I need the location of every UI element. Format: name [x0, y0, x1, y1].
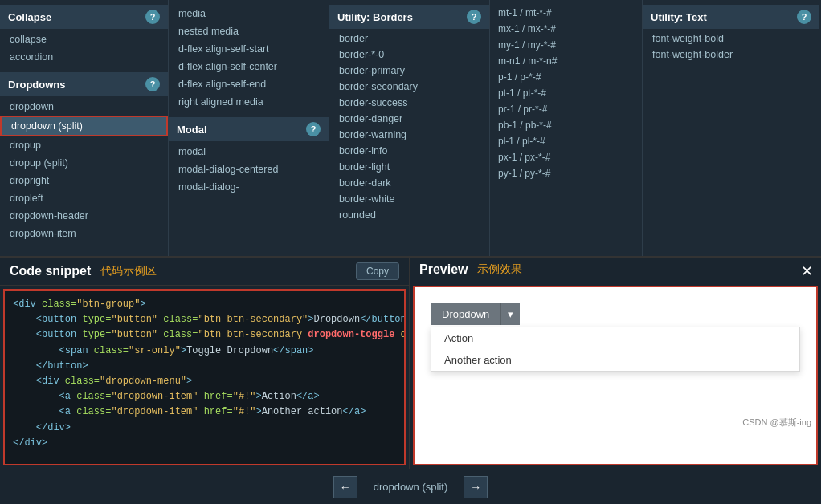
util-py1[interactable]: py-1 / py-*-#: [490, 165, 642, 181]
next-nav-button[interactable]: →: [464, 476, 488, 498]
code-line-4: <span class="sr-only">Toggle Dropdown</s…: [13, 343, 396, 359]
util-pr1[interactable]: pr-1 / pr-*-#: [490, 101, 642, 117]
list-item-dropup[interactable]: dropup: [0, 136, 168, 154]
text-help-icon[interactable]: ?: [797, 10, 811, 24]
col2-dflex-center[interactable]: d-flex align-self-center: [169, 58, 329, 75]
col2-right-aligned[interactable]: right aligned media: [169, 93, 329, 111]
copy-button[interactable]: Copy: [356, 262, 399, 280]
util-px1[interactable]: px-1 / px-*-#: [490, 149, 642, 165]
list-item-collapse[interactable]: collapse: [0, 30, 168, 48]
preview-content: Dropdown ▾ Action Another action: [413, 286, 818, 465]
col-2: media nested media d-flex align-self-sta…: [169, 0, 329, 256]
dropdowns-help-icon[interactable]: ?: [145, 77, 160, 91]
preview-btn-row: Dropdown ▾: [431, 303, 800, 325]
collapse-title: Collapse: [8, 11, 51, 23]
util-pl1[interactable]: pl-1 / pl-*-#: [490, 133, 642, 149]
bottom-nav: ← dropdown (split) →: [0, 469, 821, 504]
preview-toggle-button[interactable]: ▾: [501, 303, 520, 325]
col2-dflex-start[interactable]: d-flex align-self-start: [169, 40, 329, 58]
list-item-dropdown-item[interactable]: dropdown-item: [0, 225, 168, 242]
util-border-dark[interactable]: border-dark: [329, 175, 489, 191]
borders-section-header: Utility: Borders ?: [329, 5, 489, 29]
close-button[interactable]: ✕: [801, 262, 813, 280]
collapse-help-icon[interactable]: ?: [145, 10, 160, 24]
preview-menu-item-another[interactable]: Another action: [431, 349, 799, 371]
preview-panel: Preview 示例效果 Dropdown ▾ Action Another a…: [410, 258, 821, 469]
code-line-7: <a class="dropdown-item" href="#!">Actio…: [13, 389, 396, 404]
code-line-10: </div>: [13, 436, 396, 451]
list-item-dropdown-header[interactable]: dropdown-header: [0, 207, 168, 225]
util-border-success[interactable]: border-success: [329, 95, 489, 111]
dropdowns-title: Dropdowns: [8, 79, 66, 91]
main-container: Collapse ? collapse accordion Dropdowns …: [0, 0, 821, 504]
code-panel-title: Code snippet: [10, 264, 91, 278]
code-line-2: <button type="button" class="btn btn-sec…: [13, 312, 396, 327]
list-item-dropdown[interactable]: dropdown: [0, 98, 168, 116]
prev-nav-button[interactable]: ←: [333, 476, 357, 498]
util-font-bold[interactable]: font-weight-bold: [643, 30, 819, 47]
code-line-6: <div class="dropdown-menu">: [13, 374, 396, 389]
preview-menu-item-action[interactable]: Action: [431, 327, 799, 349]
col-5: Utility: Text ? font-weight-bold font-we…: [643, 0, 819, 256]
util-border-secondary[interactable]: border-secondary: [329, 79, 489, 95]
preview-chinese-label: 示例效果: [477, 262, 522, 277]
modal-title: Modal: [177, 124, 207, 136]
util-mn1[interactable]: m-n1 / m-*-n#: [490, 53, 642, 69]
util-border-white[interactable]: border-white: [329, 191, 489, 207]
code-panel-header: Code snippet 代码示例区 Copy: [0, 258, 409, 286]
code-line-3: <button type="button" class="btn btn-sec…: [13, 327, 396, 343]
list-item-dropright[interactable]: dropright: [0, 172, 168, 189]
col2-modal-dialog[interactable]: modal-dialog-: [169, 178, 329, 196]
col2-media[interactable]: media: [169, 5, 329, 22]
chevron-down-icon: ▾: [508, 308, 513, 320]
borders-help-icon[interactable]: ?: [467, 10, 481, 24]
col2-nested-media[interactable]: nested media: [169, 22, 329, 40]
col-1: Collapse ? collapse accordion Dropdowns …: [0, 0, 169, 256]
watermark: CSDN @慕斯-ing: [742, 417, 811, 429]
code-area[interactable]: <div class="btn-group"> <button type="bu…: [3, 289, 406, 465]
col2-modal-dialog-centered[interactable]: modal-dialog-centered: [169, 161, 329, 178]
dropdowns-section-header: Dropdowns ?: [0, 72, 168, 96]
util-my1[interactable]: my-1 / my-*-#: [490, 37, 642, 53]
util-border-light[interactable]: border-light: [329, 159, 489, 175]
util-p1[interactable]: p-1 / p-*-#: [490, 69, 642, 85]
col-4: mt-1 / mt-*-# mx-1 / mx-*-# my-1 / my-*-…: [490, 0, 643, 256]
preview-main-button[interactable]: Dropdown: [431, 303, 501, 325]
util-border-0[interactable]: border-*-0: [329, 47, 489, 63]
preview-dropdown-menu: Action Another action: [431, 327, 800, 372]
col2-dflex-end[interactable]: d-flex align-self-end: [169, 75, 329, 93]
code-line-5: </button>: [13, 359, 396, 374]
util-border-info[interactable]: border-info: [329, 143, 489, 159]
preview-panel-title: Preview: [419, 262, 468, 277]
list-item-dropdown-split[interactable]: dropdown (split): [0, 116, 168, 136]
util-mx1[interactable]: mx-1 / mx-*-#: [490, 21, 642, 37]
preview-dropdown-container: Dropdown ▾ Action Another action: [431, 303, 800, 372]
borders-title: Utility: Borders: [337, 11, 413, 23]
code-line-9: </div>: [13, 421, 396, 436]
text-title: Utility: Text: [651, 11, 707, 23]
util-rounded[interactable]: rounded: [329, 207, 489, 223]
nav-current-label: dropdown (split): [374, 481, 448, 493]
util-pt1[interactable]: pt-1 / pt-*-#: [490, 85, 642, 101]
util-border-warning[interactable]: border-warning: [329, 127, 489, 143]
list-item-dropup-split[interactable]: dropup (split): [0, 154, 168, 172]
util-font-bolder[interactable]: font-weight-bolder: [643, 47, 819, 63]
modal-section-header: Modal ?: [169, 117, 329, 141]
code-chinese-label: 代码示例区: [100, 264, 157, 278]
util-border-danger[interactable]: border-danger: [329, 111, 489, 127]
list-item-dropleft[interactable]: dropleft: [0, 189, 168, 207]
code-line-8: <a class="dropdown-item" href="#!">Anoth…: [13, 404, 396, 420]
top-area: Collapse ? collapse accordion Dropdowns …: [0, 0, 821, 256]
code-line-1: <div class="btn-group">: [13, 297, 396, 312]
list-item-accordion[interactable]: accordion: [0, 48, 168, 66]
col-3: Utility: Borders ? border border-*-0 bor…: [329, 0, 490, 256]
preview-panel-header: Preview 示例效果: [410, 258, 821, 282]
util-border-primary[interactable]: border-primary: [329, 63, 489, 79]
text-section-header: Utility: Text ?: [643, 5, 819, 29]
modal-help-icon[interactable]: ?: [306, 122, 321, 136]
util-pb1[interactable]: pb-1 / pb-*-#: [490, 117, 642, 133]
util-border[interactable]: border: [329, 30, 489, 47]
util-mt1[interactable]: mt-1 / mt-*-#: [490, 5, 642, 21]
collapse-section-header: Collapse ?: [0, 5, 168, 29]
col2-modal[interactable]: modal: [169, 143, 329, 161]
